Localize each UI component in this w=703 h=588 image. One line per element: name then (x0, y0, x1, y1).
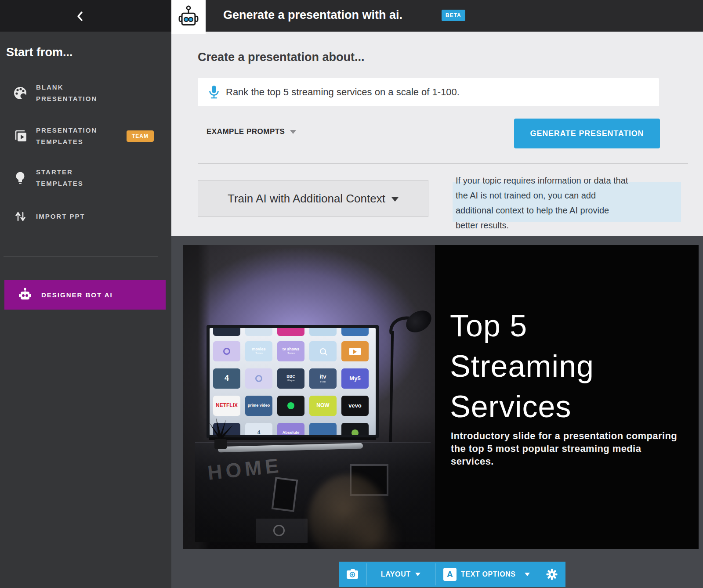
helper-line: better results. (456, 218, 680, 233)
text-options-dropdown[interactable]: ATEXT OPTIONS (435, 562, 538, 587)
text-style-icon: A (443, 568, 457, 581)
example-prompts-label: EXAMPLE PROMPTS (207, 127, 285, 136)
helper-text: If your topic requires information or da… (456, 173, 680, 233)
robot-icon (176, 5, 201, 29)
slide-subtitle-line: services. (451, 455, 677, 468)
helper-line: If your topic requires information or da… (456, 173, 680, 188)
app-window: Start from... BLANK PRESENTATION PRESENT… (0, 0, 703, 588)
import-icon (12, 209, 28, 224)
header: Generate a presentation with ai. BETA (171, 0, 703, 32)
sidebar-divider (4, 256, 158, 256)
app-logo (171, 0, 206, 34)
photo-vignette (183, 245, 435, 549)
lightbulb-icon (12, 170, 28, 186)
prompt-input[interactable] (226, 78, 656, 106)
generate-presentation-button[interactable]: GENERATE PRESENTATION (514, 119, 660, 148)
train-ai-dropdown[interactable]: Train AI with Additional Context (198, 180, 428, 217)
chevron-down-icon (415, 573, 420, 576)
palette-icon (12, 85, 28, 101)
train-ai-label: Train AI with Additional Context (228, 192, 385, 205)
sidebar-item-label: PRESENTATION TEMPLATES (36, 125, 122, 148)
image-button[interactable] (339, 562, 366, 587)
beta-badge: BETA (442, 10, 465, 21)
camera-icon (346, 569, 359, 580)
slide-toolbar: LAYOUT ATEXT OPTIONS (339, 562, 565, 587)
slide-title: Top 5 Streaming Services (450, 306, 594, 427)
sidebar-item-designer-bot-ai[interactable]: DESIGNER BOT AI (4, 280, 166, 310)
slide-photo: moviesiTunestv showsiTunes4BBCiPlayeritv… (183, 245, 435, 549)
slide-text-half: Top 5 Streaming Services Introductory sl… (435, 245, 699, 549)
settings-button[interactable] (538, 562, 565, 587)
templates-icon (12, 128, 28, 144)
sidebar-item-starter-templates[interactable]: STARTER TEMPLATES (0, 165, 171, 191)
chevron-down-icon (391, 197, 399, 202)
chevron-down-icon (525, 573, 530, 576)
team-badge: TEAM (127, 130, 154, 142)
chevron-down-icon (290, 130, 296, 134)
slide-title-line: Top 5 (450, 306, 594, 346)
sidebar-item-blank-presentation[interactable]: BLANK PRESENTATION (0, 80, 171, 106)
text-options-label: TEXT OPTIONS (461, 570, 516, 578)
microphone-icon[interactable] (208, 84, 220, 100)
sidebar-item-presentation-templates[interactable]: PRESENTATION TEMPLATES TEAM (0, 121, 171, 152)
sidebar-item-import-ppt[interactable]: IMPORT PPT (0, 203, 171, 230)
sidebar-item-label: IMPORT PPT (36, 211, 122, 222)
main-panel: Create a presentation about... EXAMPLE P… (171, 32, 703, 236)
robot-icon (18, 287, 33, 302)
slide-subtitle-line: Introductory slide for a presentation co… (451, 429, 677, 442)
back-button[interactable] (74, 10, 87, 23)
helper-line: the AI is not trained on, you can add (456, 188, 680, 203)
sidebar-heading: Start from... (6, 46, 73, 59)
helper-note: If your topic requires information or da… (453, 173, 685, 239)
gear-icon (546, 568, 558, 581)
slide-subtitle: Introductory slide for a presentation co… (451, 429, 677, 468)
layout-dropdown[interactable]: LAYOUT (366, 562, 435, 587)
chevron-left-icon (74, 10, 87, 23)
slide-preview[interactable]: moviesiTunestv showsiTunes4BBCiPlayeritv… (183, 245, 699, 549)
slide-title-line: Streaming (450, 346, 594, 386)
sidebar-item-label: STARTER TEMPLATES (36, 166, 122, 189)
helper-line: additional context to help the AI provid… (456, 203, 680, 218)
page-title: Generate a presentation with ai. (223, 8, 402, 22)
sidebar: Start from... BLANK PRESENTATION PRESENT… (0, 0, 171, 588)
section-heading: Create a presentation about... (198, 51, 365, 64)
example-prompts-dropdown[interactable]: EXAMPLE PROMPTS (207, 127, 296, 136)
sidebar-item-label: BLANK PRESENTATION (36, 82, 122, 105)
divider (198, 163, 688, 164)
slide-title-line: Services (450, 386, 594, 427)
sidebar-item-label: DESIGNER BOT AI (41, 291, 113, 299)
slide-subtitle-line: the top 5 most popular streaming media (451, 442, 677, 455)
layout-label: LAYOUT (381, 570, 411, 578)
